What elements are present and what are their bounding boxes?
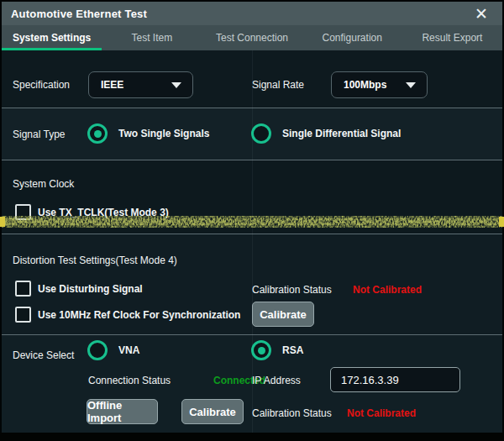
signal-type-label: Signal Type [13, 129, 66, 140]
chevron-down-icon [406, 82, 416, 88]
waveform-edge-marker-left [0, 217, 5, 227]
signal-rate-value: 100Mbps [332, 79, 406, 91]
radio-icon [251, 123, 271, 144]
title-bar: Automotive Ethernet Test ✕ [2, 2, 502, 25]
ip-address-label: IP Address [252, 375, 301, 386]
close-icon[interactable]: ✕ [469, 2, 494, 25]
calibration-status-label: Calibration Status [252, 284, 332, 296]
scope-noise-waveform [2, 215, 502, 228]
ip-address-input[interactable] [330, 367, 460, 392]
radio-icon [87, 340, 108, 360]
radio-single-differential-signal[interactable]: Single Differential Signal [251, 123, 401, 144]
specification-label: Specification [13, 79, 70, 91]
screen-bottom-bar [0, 433, 504, 441]
calibration-status-value: Not Calibrated [353, 284, 422, 296]
tab-configuration[interactable]: Configuration [302, 25, 402, 50]
connection-status-label: Connection Status [88, 375, 171, 386]
tab-result-export[interactable]: Result Export [402, 25, 502, 50]
radio-icon [251, 340, 271, 360]
checkbox-label: Use Disturbing Signal [38, 283, 143, 295]
checkbox-use-10mhz-ref-clock[interactable]: Use 10MHz Ref Clock For Synchronization [15, 307, 240, 323]
checkbox-icon [15, 281, 31, 297]
signal-rate-label: Signal Rate [252, 79, 304, 91]
distortion-heading: Distortion Test Settings(Test Mode 4) [13, 255, 177, 266]
separator [2, 160, 502, 160]
separator [2, 234, 502, 234]
radio-label: Single Differential Signal [282, 128, 401, 139]
waveform-edge-marker-right [499, 217, 504, 227]
radio-rsa[interactable]: RSA [251, 340, 303, 360]
chevron-down-icon [171, 82, 181, 88]
device-select-label: Device Select [13, 349, 74, 361]
signal-rate-dropdown[interactable]: 100Mbps [331, 71, 428, 98]
distortion-calibrate-button[interactable]: Calibrate [252, 302, 314, 327]
separator [2, 334, 502, 335]
device-calibration-status-value: Not Calibrated [347, 407, 416, 419]
system-clock-heading: System Clock [13, 178, 74, 190]
tab-test-item[interactable]: Test Item [102, 25, 202, 50]
window-title: Automotive Ethernet Test [2, 8, 147, 20]
specification-value: IEEE [89, 79, 171, 91]
device-calibrate-button[interactable]: Calibrate [181, 399, 244, 424]
checkbox-icon [15, 307, 31, 323]
tab-test-connection[interactable]: Test Connection [202, 25, 302, 50]
device-calibration-status-label: Calibration Status [252, 407, 332, 419]
automotive-ethernet-test-window: Automotive Ethernet Test ✕ System Settin… [0, 0, 504, 441]
radio-label: VNA [118, 344, 139, 356]
radio-vna[interactable]: VNA [87, 340, 139, 360]
checkbox-label: Use 10MHz Ref Clock For Synchronization [38, 309, 240, 321]
offline-import-button[interactable]: Offline Import [87, 399, 158, 424]
separator [2, 108, 502, 108]
radio-icon [87, 123, 108, 144]
tab-system-settings[interactable]: System Settings [2, 25, 102, 50]
radio-label: RSA [282, 344, 303, 356]
tab-bar: System Settings Test Item Test Connectio… [2, 25, 502, 50]
radio-two-single-signals[interactable]: Two Single Signals [87, 123, 209, 144]
radio-label: Two Single Signals [118, 128, 209, 139]
specification-dropdown[interactable]: IEEE [88, 71, 193, 98]
checkbox-use-disturbing-signal[interactable]: Use Disturbing Signal [15, 281, 143, 297]
